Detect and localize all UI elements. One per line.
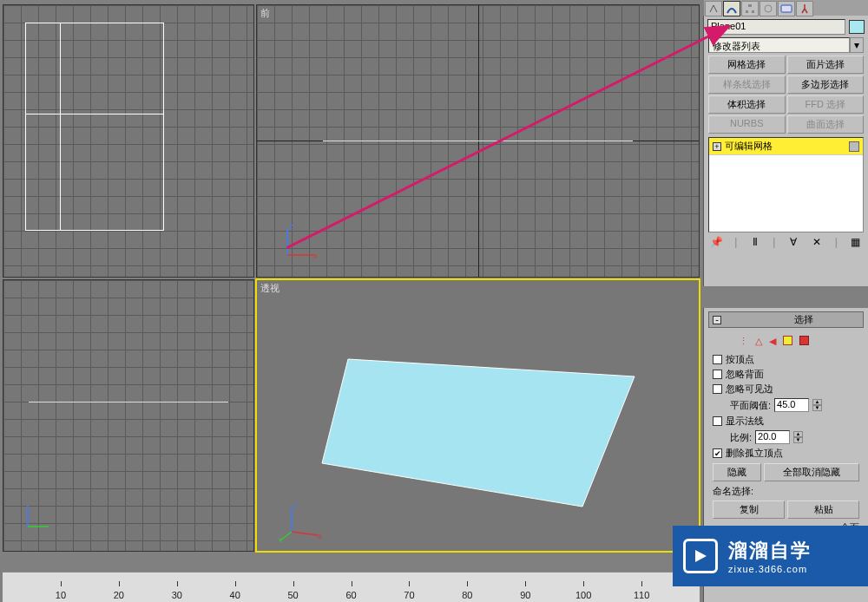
selection-rollout-header[interactable]: - 选择 — [708, 311, 864, 328]
stack-item-label: 可编辑网格 — [725, 140, 773, 153]
subobject-level-icons: ⋮ △ ◀ — [713, 333, 859, 352]
spinner-down-icon[interactable]: ▼ — [812, 405, 822, 411]
ruler-label: 50 — [287, 590, 298, 600]
safe-frame-v — [60, 23, 61, 231]
delete-iso-verts-row[interactable]: ✔ 删除孤立顶点 — [713, 446, 859, 461]
ruler-tick — [409, 581, 410, 586]
ruler-tick — [467, 581, 468, 586]
safe-frame-h — [25, 114, 164, 115]
by-vertex-row[interactable]: 按顶点 — [713, 352, 859, 367]
unhide-all-button[interactable]: 全部取消隐藏 — [764, 463, 859, 481]
surface-select-button[interactable]: 曲面选择 — [787, 115, 865, 134]
ruler-label: 40 — [230, 590, 240, 600]
tab-utilities[interactable] — [796, 1, 813, 16]
checkbox-icon[interactable]: ✔ — [713, 448, 722, 458]
viewport-grid: 前 z x 透视 — [3, 4, 700, 552]
dropdown-arrow-icon[interactable]: ▾ — [850, 37, 864, 53]
plane-threshold-value[interactable]: 45.0 — [774, 398, 809, 412]
checkbox-icon[interactable] — [713, 370, 722, 379]
svg-marker-6 — [322, 359, 635, 507]
perspective-plane — [296, 307, 661, 550]
svg-text:z: z — [289, 222, 293, 231]
tab-display[interactable] — [778, 1, 795, 16]
svg-point-18 — [765, 5, 772, 12]
checkbox-icon[interactable] — [713, 355, 722, 364]
checkbox-icon[interactable] — [713, 384, 722, 394]
ignore-backface-row[interactable]: 忽略背面 — [713, 367, 859, 382]
paste-button[interactable]: 粘贴 — [787, 501, 859, 519]
viewport-left[interactable] — [3, 279, 254, 553]
named-sel-label: 命名选择: — [713, 485, 859, 498]
patch-select-button[interactable]: 面片选择 — [787, 56, 865, 74]
pin-stack-icon[interactable]: 📌 — [711, 236, 723, 248]
viewport-front[interactable]: 前 z x — [256, 4, 700, 278]
play-icon — [683, 539, 718, 573]
ruler-tick — [583, 581, 584, 586]
by-vertex-label: 按顶点 — [726, 353, 754, 366]
spline-select-button[interactable]: 样条线选择 — [708, 75, 786, 94]
element-level-icon[interactable] — [799, 336, 809, 347]
stack-item-toggle[interactable] — [849, 141, 859, 152]
copy-button[interactable]: 复制 — [713, 501, 785, 519]
svg-text:x: x — [318, 532, 322, 540]
object-name-row: Plane01 — [707, 19, 865, 35]
tab-motion[interactable] — [760, 1, 777, 16]
ignore-visible-edge-row[interactable]: 忽略可见边 — [713, 382, 859, 396]
scale-label: 比例: — [730, 431, 752, 444]
ruler-label: 100 — [575, 590, 591, 600]
spinner-up-icon[interactable]: ▲ — [793, 431, 803, 437]
ruler-tick — [61, 581, 62, 586]
axis-gizmo: z x y — [279, 499, 322, 542]
rollout-title: 选择 — [747, 313, 859, 326]
tab-hierarchy[interactable] — [741, 1, 759, 16]
ruler-tick — [235, 581, 236, 586]
tab-modify[interactable] — [723, 1, 740, 16]
modifier-buttons-grid: 网格选择 面片选择 样条线选择 多边形选择 体积选择 FFD 选择 NURBS … — [708, 56, 864, 134]
modifier-stack[interactable]: + 可编辑网格 — [708, 137, 864, 232]
polygon-level-icon[interactable] — [783, 336, 792, 347]
svg-line-8 — [292, 532, 318, 535]
spinner-down-icon[interactable]: ▼ — [793, 437, 803, 443]
command-panel: Plane01 修改器列表 ▾ 网格选择 面片选择 样条线选择 多边形选择 体积… — [703, 16, 868, 286]
ruler-label: 90 — [520, 590, 530, 600]
modifier-list-dropdown[interactable]: 修改器列表 ▾ — [708, 37, 864, 53]
spinner-up-icon[interactable]: ▲ — [812, 399, 822, 405]
front-plane-edge — [323, 141, 632, 141]
stack-item-editable-mesh[interactable]: + 可编辑网格 — [709, 138, 863, 155]
expand-icon[interactable]: + — [713, 142, 721, 151]
hide-button[interactable]: 隐藏 — [713, 463, 761, 481]
viewport-top[interactable] — [3, 4, 254, 278]
configure-sets-icon[interactable]: ▦ — [849, 236, 861, 248]
viewport-label-perspective: 透视 — [260, 282, 279, 295]
poly-select-button[interactable]: 多边形选择 — [787, 75, 865, 94]
object-name-field[interactable]: Plane01 — [707, 19, 845, 35]
svg-marker-20 — [695, 550, 707, 562]
remove-modifier-icon[interactable]: ✕ — [811, 236, 823, 248]
vertex-level-icon[interactable]: ⋮ — [739, 336, 748, 347]
svg-rect-15 — [748, 4, 752, 7]
scale-value[interactable]: 20.0 — [755, 430, 790, 444]
ruler-label: 60 — [345, 590, 356, 600]
tab-create[interactable] — [705, 1, 722, 16]
hide-row: 隐藏 全部取消隐藏 — [713, 463, 859, 481]
ignore-visible-edge-label: 忽略可见边 — [726, 383, 773, 396]
mesh-select-button[interactable]: 网格选择 — [708, 56, 786, 74]
selection-rollout-body: ⋮ △ ◀ 按顶点 忽略背面 忽略可见边 平面阈值: 45.0 ▲ ▼ — [704, 330, 868, 538]
show-end-result-icon[interactable]: Ⅱ — [749, 236, 761, 248]
checkbox-icon[interactable] — [713, 416, 722, 426]
viewport-perspective[interactable]: 透视 z x y — [256, 279, 700, 553]
show-normals-row[interactable]: 显示法线 — [713, 414, 859, 429]
plane-threshold-row: 平面阈值: 45.0 ▲ ▼ — [713, 396, 859, 414]
face-level-icon[interactable]: ◀ — [769, 336, 776, 347]
vol-select-button[interactable]: 体积选择 — [708, 95, 786, 114]
nurbs-button[interactable]: NURBS — [708, 115, 786, 134]
object-color-swatch[interactable] — [849, 20, 865, 34]
time-ruler[interactable]: 102030405060708090100110 — [3, 572, 700, 602]
ruler-label: 20 — [114, 590, 124, 600]
ruler-label: 70 — [404, 590, 414, 600]
ruler-label: 80 — [462, 590, 472, 600]
edge-level-icon[interactable]: △ — [755, 336, 762, 347]
ffd-select-button[interactable]: FFD 选择 — [787, 95, 865, 114]
make-unique-icon[interactable]: ∀ — [787, 236, 799, 248]
collapse-icon[interactable]: - — [713, 316, 721, 324]
